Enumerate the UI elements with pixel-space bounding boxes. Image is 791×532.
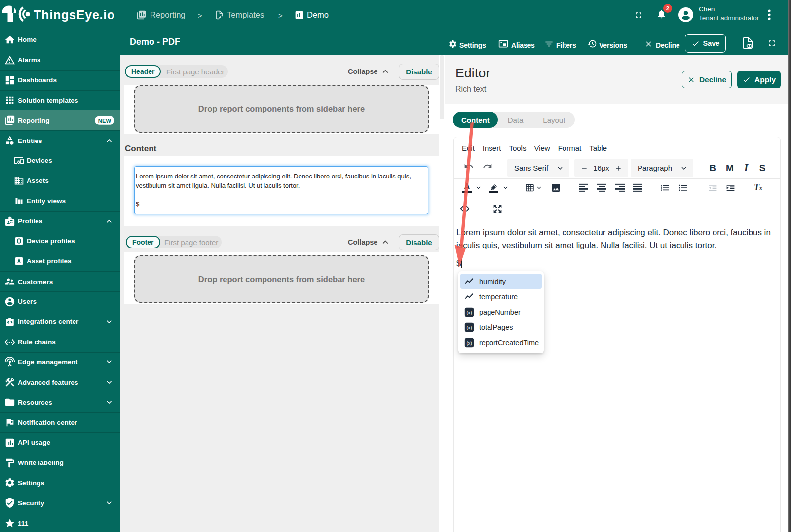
svg-text:(x): (x) [466, 325, 472, 330]
svg-text:(x): (x) [466, 309, 472, 315]
svg-text:(x): (x) [466, 340, 472, 346]
